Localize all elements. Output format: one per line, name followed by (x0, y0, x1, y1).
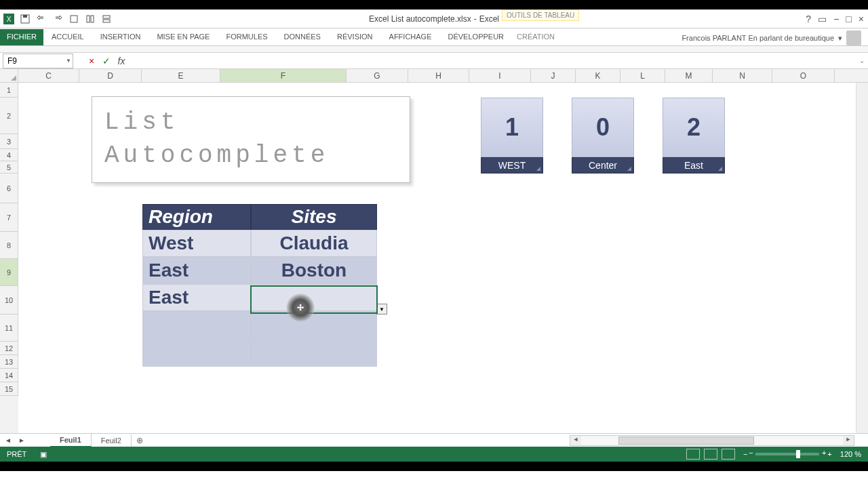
tab-insertion[interactable]: INSERTION (92, 29, 149, 45)
tab-file[interactable]: FICHIER (0, 29, 43, 45)
zoom-out-button[interactable]: − (743, 450, 747, 458)
row-header-15[interactable]: 15 (0, 382, 18, 396)
col-header-H[interactable]: H (408, 69, 469, 82)
row-header-5[interactable]: 5 (0, 161, 18, 174)
status-ready: PRÊT (7, 450, 26, 458)
table-cell[interactable] (142, 340, 251, 367)
row-header-8[interactable]: 8 (0, 232, 18, 259)
cancel-button[interactable]: × (84, 54, 99, 68)
data-table[interactable]: Region Sites West Claudia East Boston Ea… (142, 204, 377, 367)
col-header-L[interactable]: L (620, 69, 665, 82)
table-cell[interactable]: Claudia (251, 230, 377, 257)
cells-area[interactable]: List Autocomplete Region Sites West Clau… (18, 83, 856, 433)
tab-creation[interactable]: CRÉATION (510, 29, 561, 45)
help-icon[interactable]: ? (806, 14, 811, 24)
sheet-nav[interactable]: ◄► (0, 436, 30, 444)
col-header-C[interactable]: C (18, 69, 79, 82)
account-area[interactable]: Francois PARLANT En parlant de bureautiq… (682, 30, 861, 45)
table-cell[interactable]: East (142, 257, 251, 284)
table-cell[interactable]: West (142, 230, 251, 257)
sheet-tab-feuil1[interactable]: Feuil1 (50, 434, 92, 447)
slicer-card-center[interactable]: 0Center (572, 98, 634, 174)
col-header-K[interactable]: K (576, 69, 620, 82)
macro-record-icon[interactable]: ▣ (40, 450, 47, 459)
table-cell[interactable] (251, 340, 377, 367)
fx-button[interactable]: fx (114, 54, 129, 68)
dropdown-arrow-icon[interactable]: ▼ (376, 304, 387, 314)
formula-input[interactable] (129, 54, 856, 68)
col-header-I[interactable]: I (469, 69, 531, 82)
view-layout-button[interactable] (704, 449, 717, 460)
zoom-in-button[interactable]: + (827, 450, 831, 458)
row-header-4[interactable]: 4 (0, 149, 18, 161)
zoom-slider[interactable] (755, 453, 819, 455)
svg-rect-4 (71, 16, 77, 22)
tab-miseenpage[interactable]: MISE EN PAGE (149, 29, 218, 45)
qat-misc2-icon[interactable] (84, 13, 96, 25)
vertical-scrollbar[interactable] (856, 83, 868, 433)
row-header-3[interactable]: 3 (0, 134, 18, 149)
qat-misc-icon[interactable] (68, 13, 80, 25)
zoom-value[interactable]: 120 % (840, 450, 861, 458)
close-icon[interactable]: × (859, 14, 864, 24)
chevron-down-icon[interactable]: ▼ (66, 58, 71, 64)
row-header-1[interactable]: 1 (0, 83, 18, 98)
tab-formules[interactable]: FORMULES (218, 29, 275, 45)
table-header-sites[interactable]: Sites (251, 204, 377, 230)
tab-donnees[interactable]: DONNÉES (276, 29, 329, 45)
table-cell[interactable] (142, 311, 251, 340)
col-header-N[interactable]: N (713, 69, 772, 82)
row-header-9[interactable]: 9 (0, 259, 18, 286)
tab-affichage[interactable]: AFFICHAGE (381, 29, 440, 45)
redo-icon[interactable] (52, 13, 64, 25)
horizontal-scrollbar[interactable]: ◄ ► (570, 435, 854, 446)
enter-button[interactable]: ✓ (99, 54, 114, 68)
add-sheet-button[interactable]: ⊕ (132, 436, 148, 445)
ribbon-toggle-icon[interactable]: ▭ (818, 14, 827, 24)
slicer-card-west[interactable]: 1WEST (481, 98, 543, 174)
tab-accueil[interactable]: ACCUEIL (43, 29, 92, 45)
svg-rect-5 (87, 16, 90, 22)
table-cell-active[interactable] (251, 284, 377, 311)
col-header-F[interactable]: F (220, 69, 347, 82)
qat-misc3-icon[interactable] (100, 13, 113, 25)
tab-revision[interactable]: RÉVISION (329, 29, 381, 45)
row-header-6[interactable]: 6 (0, 174, 18, 203)
title-line2: Autocomplete (104, 140, 397, 173)
col-header-G[interactable]: G (347, 69, 408, 82)
save-icon[interactable] (19, 13, 31, 25)
tab-developpeur[interactable]: DÉVELOPPEUR (440, 29, 513, 45)
svg-text:X: X (7, 16, 12, 23)
name-box[interactable]: F9 ▼ (3, 54, 73, 68)
col-header-M[interactable]: M (665, 69, 713, 82)
undo-icon[interactable] (35, 13, 47, 25)
account-dd-icon[interactable]: ▾ (838, 34, 842, 43)
row-header-2[interactable]: 2 (0, 98, 18, 134)
table-cell[interactable]: Boston (251, 257, 377, 284)
table-cell[interactable] (251, 311, 377, 340)
col-header-D[interactable]: D (79, 69, 142, 82)
row-header-14[interactable]: 14 (0, 369, 18, 382)
expand-formula-icon[interactable]: ⌄ (856, 57, 868, 64)
col-header-J[interactable]: J (531, 69, 576, 82)
row-header-11[interactable]: 11 (0, 314, 18, 342)
avatar[interactable] (846, 30, 861, 45)
sheet-tab-feuil2[interactable]: Feuil2 (92, 434, 132, 447)
view-pagebreak-button[interactable] (722, 449, 735, 460)
table-header-region[interactable]: Region (142, 204, 251, 230)
row-header-12[interactable]: 12 (0, 342, 18, 355)
svg-rect-8 (103, 20, 110, 22)
select-all-corner[interactable] (0, 69, 18, 82)
row-header-13[interactable]: 13 (0, 355, 18, 369)
slicer-card-east[interactable]: 2East (663, 98, 725, 174)
title-textbox[interactable]: List Autocomplete (92, 96, 410, 183)
table-cell[interactable]: East (142, 284, 251, 311)
title-line1: List (104, 106, 397, 140)
row-header-10[interactable]: 10 (0, 286, 18, 314)
view-normal-button[interactable] (686, 449, 700, 460)
maximize-icon[interactable]: □ (846, 14, 851, 24)
col-header-O[interactable]: O (772, 69, 835, 82)
minimize-icon[interactable]: − (833, 14, 839, 24)
row-header-7[interactable]: 7 (0, 203, 18, 232)
col-header-E[interactable]: E (142, 69, 220, 82)
